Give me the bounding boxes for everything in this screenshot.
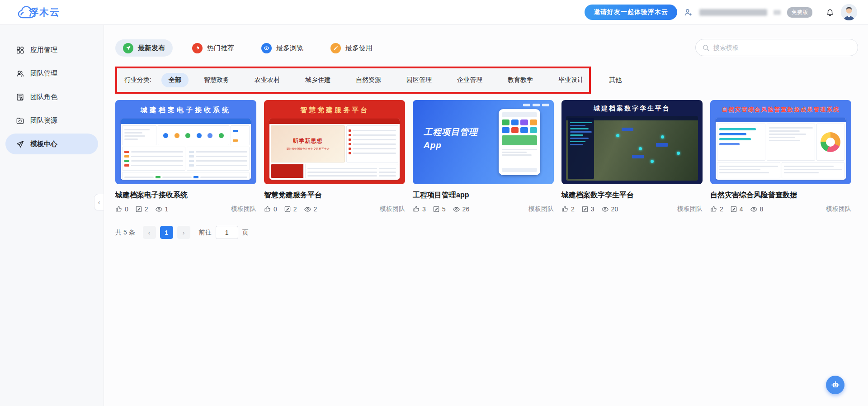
- template-thumbnail[interactable]: 自然灾害综合风险普查数据成果管理系统: [710, 100, 851, 184]
- like-stat[interactable]: 2: [710, 205, 723, 213]
- tab-label: 最新发布: [138, 44, 165, 53]
- template-card[interactable]: 智慧党建服务平台 听学新思想 新时代中国特色社会主义思想三十讲: [264, 100, 405, 213]
- paper-plane-icon: [16, 140, 24, 148]
- template-stats: 3 5 26 模板团队: [413, 205, 554, 213]
- view-count: 1: [165, 205, 169, 213]
- invite-friends-button[interactable]: 邀请好友一起体验浮木云: [585, 5, 677, 20]
- view-count: 8: [760, 205, 764, 213]
- eye-icon: [261, 43, 272, 53]
- like-count: 0: [125, 205, 128, 213]
- tab-label: 最多使用: [345, 44, 373, 53]
- template-title[interactable]: 城建档案数字孪生平台: [561, 191, 703, 200]
- assistant-robot-button[interactable]: [826, 376, 844, 394]
- template-thumbnail[interactable]: 城建档案电子接收系统: [115, 100, 256, 184]
- total-count: 共 5 条: [115, 229, 135, 237]
- tab-most-used[interactable]: 最多使用: [323, 39, 380, 57]
- party-banner: 听学新思想 新时代中国特色社会主义思想三十讲: [271, 125, 345, 162]
- like-stat[interactable]: 3: [413, 205, 426, 213]
- template-thumbnail[interactable]: 工程项目管理 App: [413, 100, 554, 184]
- sidebar-collapse-handle[interactable]: ‹: [94, 194, 104, 211]
- pencil-icon: [330, 43, 341, 53]
- like-count: 2: [720, 205, 723, 213]
- use-stat: 2: [284, 205, 297, 213]
- template-thumbnail[interactable]: 城建档案数字孪生平台: [561, 100, 703, 184]
- category-graduation-design[interactable]: 毕业设计: [551, 73, 591, 87]
- banner-subtitle: 新时代中国特色社会主义思想三十讲: [286, 147, 329, 151]
- paper-plane-icon: [123, 43, 133, 53]
- category-park-management[interactable]: 园区管理: [399, 73, 439, 87]
- grid-icon: [16, 46, 24, 54]
- use-count: 5: [442, 205, 446, 213]
- account-name-blurred: [699, 9, 767, 16]
- template-card[interactable]: 自然灾害综合风险普查数据成果管理系统: [710, 100, 851, 213]
- thumbnail-title: 自然灾害综合风险普查数据成果管理系统: [716, 106, 846, 114]
- template-card[interactable]: 城建档案数字孪生平台 城建档案数字孪生平台: [561, 100, 703, 213]
- template-team: 模板团队: [231, 205, 256, 213]
- use-stat: 5: [433, 205, 446, 213]
- banner-title: 听学新思想: [293, 137, 322, 145]
- phone-nav-decoration: [523, 104, 549, 106]
- template-card-list: 城建档案电子接收系统: [115, 100, 858, 213]
- search-icon: [702, 44, 710, 52]
- view-stat: 8: [750, 205, 764, 213]
- thumbnail-preview: 听学新思想 新时代中国特色社会主义思想三十讲: [269, 119, 400, 180]
- template-title[interactable]: 自然灾害综合风险普查数据: [710, 191, 851, 200]
- sidebar-item-team-resources[interactable]: 团队资源: [5, 110, 98, 131]
- logo-text: 浮木云: [29, 6, 60, 19]
- thumbnail-title: 城建档案电子接收系统: [121, 106, 251, 115]
- notification-bell-icon[interactable]: [826, 8, 835, 17]
- template-team: 模板团队: [380, 205, 405, 213]
- tab-most-viewed[interactable]: 最多浏览: [254, 39, 311, 57]
- use-count: 2: [145, 205, 148, 213]
- use-stat: 3: [581, 205, 594, 213]
- goto-suffix: 页: [242, 229, 249, 237]
- app-logo: 浮木云: [17, 5, 60, 20]
- thumbnail-preview: [716, 118, 846, 180]
- sidebar-item-app-management[interactable]: 应用管理: [5, 39, 98, 60]
- role-icon: [16, 93, 24, 101]
- tab-hot-recommend[interactable]: 热门推荐: [184, 39, 242, 57]
- category-enterprise[interactable]: 企业管理: [450, 73, 490, 87]
- sidebar-item-team-management[interactable]: 团队管理: [5, 63, 98, 84]
- category-natural-resources[interactable]: 自然资源: [349, 73, 388, 87]
- category-smart-gov[interactable]: 智慧政务: [197, 73, 236, 87]
- search-input[interactable]: [713, 44, 851, 51]
- header-right-cluster: 邀请好友一起体验浮木云 免费版: [585, 4, 857, 20]
- tab-latest-release[interactable]: 最新发布: [115, 39, 173, 57]
- main-content: 最新发布 热门推荐 最多浏览 最多使用 行业分类: 全部: [104, 25, 868, 406]
- view-count: 2: [314, 205, 317, 213]
- page-number-1[interactable]: 1: [160, 226, 173, 239]
- use-count: 2: [293, 205, 297, 213]
- like-stat[interactable]: 2: [561, 205, 575, 213]
- team-icon: [16, 69, 24, 78]
- category-education[interactable]: 教育教学: [500, 73, 540, 87]
- template-team: 模板团队: [677, 205, 703, 213]
- category-other[interactable]: 其他: [602, 73, 629, 87]
- template-thumbnail[interactable]: 智慧党建服务平台 听学新思想 新时代中国特色社会主义思想三十讲: [264, 100, 405, 184]
- header-divider: [819, 8, 819, 16]
- template-card[interactable]: 城建档案电子接收系统: [115, 100, 256, 213]
- category-agriculture[interactable]: 农业农村: [247, 73, 287, 87]
- template-card[interactable]: 工程项目管理 App 工程项目管理app: [413, 100, 554, 213]
- like-count: 3: [422, 205, 426, 213]
- user-avatar[interactable]: [841, 4, 857, 20]
- like-stat[interactable]: 0: [264, 205, 277, 213]
- template-title[interactable]: 工程项目管理app: [413, 191, 554, 200]
- sidebar-item-label: 团队管理: [30, 69, 57, 78]
- next-page-button[interactable]: ›: [177, 226, 190, 239]
- sidebar-item-template-center[interactable]: 模板中心: [5, 134, 98, 154]
- sidebar-item-team-roles[interactable]: 团队角色: [5, 86, 98, 107]
- view-stat: 26: [453, 205, 470, 213]
- member-invite-icon[interactable]: [684, 8, 693, 17]
- prev-page-button[interactable]: ‹: [143, 226, 156, 239]
- use-stat: 4: [730, 205, 743, 213]
- category-all[interactable]: 全部: [161, 73, 189, 87]
- category-urban-construction[interactable]: 城乡住建: [298, 73, 338, 87]
- like-stat[interactable]: 0: [115, 205, 128, 213]
- template-title[interactable]: 智慧党建服务平台: [264, 191, 405, 200]
- sidebar-nav: 应用管理 团队管理 团队角色 团队资源: [0, 25, 104, 406]
- sidebar-item-label: 团队资源: [30, 116, 57, 125]
- goto-page-input[interactable]: [216, 226, 238, 239]
- pagination: 共 5 条 ‹ 1 › 前往 页: [115, 226, 858, 239]
- template-title[interactable]: 城建档案电子接收系统: [115, 191, 256, 200]
